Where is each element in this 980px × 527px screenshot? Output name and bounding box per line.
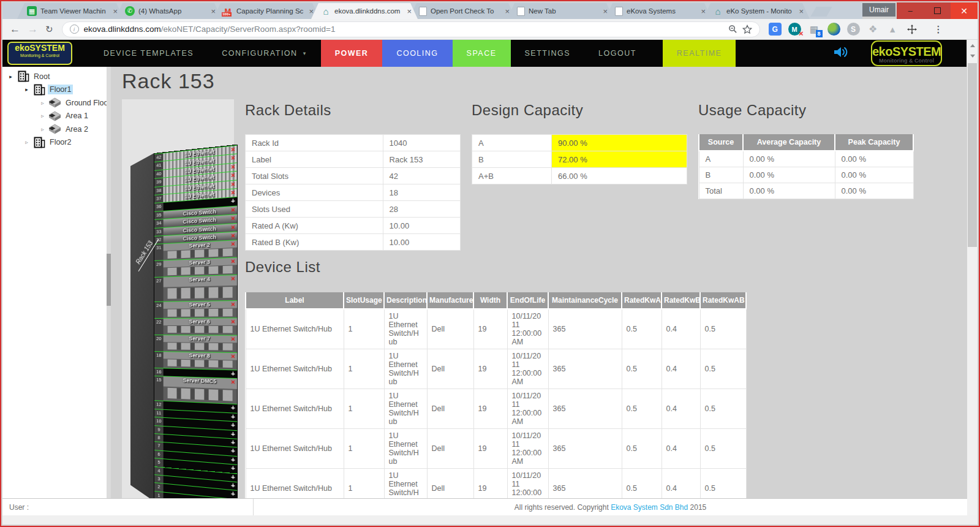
bookmark-star-icon[interactable] [742,25,752,34]
expand-icon[interactable]: ▸ [23,86,30,93]
slot-add-icon[interactable]: + [231,370,235,378]
nav-item-power[interactable]: POWER [321,40,383,67]
page-info-icon[interactable]: i [70,25,79,34]
slot-remove-icon[interactable]: × [231,300,235,309]
slot-remove-icon[interactable]: × [231,240,235,249]
tab-close-icon[interactable]: × [405,7,413,16]
rack-slot[interactable]: 15Server DMC5× [154,376,237,404]
tree-node-label[interactable]: Area 2 [64,124,90,134]
nav-item-logout[interactable]: LOGOUT [584,40,650,67]
panel-splitter[interactable] [107,67,111,498]
slot-add-icon[interactable]: + [231,481,235,490]
expand-icon[interactable]: ▸ [7,74,14,80]
slot-add-icon[interactable]: + [231,447,235,455]
minimize-button[interactable]: – [897,2,924,19]
slot-add-icon[interactable]: + [231,412,235,421]
tree-node-label[interactable]: Area 1 [64,111,90,121]
skype-extension-icon[interactable] [847,23,860,36]
slot-remove-icon[interactable]: × [231,257,235,266]
maximize-button[interactable] [924,2,951,19]
collapsed-icon[interactable]: ▹ [39,100,46,106]
scroll-down-top-icon[interactable] [967,51,978,61]
browser-tab[interactable]: Open Port Check To× [409,3,516,19]
slot-add-icon[interactable]: + [231,421,235,430]
dropbox-extension-icon[interactable] [867,23,880,36]
nav-item-space[interactable]: SPACE [453,40,511,67]
rack-slot[interactable]: 29Server 3× [154,257,237,277]
device-row[interactable]: 1U Ethernet Switch/Hub11U Ethernet Switc… [246,389,746,429]
slot-remove-icon[interactable]: × [231,275,235,283]
new-tab-button[interactable] [810,7,832,17]
tree-node-floor2[interactable]: ▹Floor2 [2,136,107,150]
slot-remove-icon[interactable]: × [231,180,235,188]
slot-add-icon[interactable]: + [231,472,235,481]
slot-remove-icon[interactable]: × [231,232,235,240]
browser-tab[interactable]: eKova Systems× [605,3,712,19]
device-row[interactable]: 1U Ethernet Switch/Hub11U Ethernet Switc… [246,429,746,469]
slot-remove-icon[interactable]: × [231,318,235,327]
browser-tab[interactable]: eKo System - Monito× [703,3,810,19]
device-row[interactable]: 1U Ethernet Switch/Hub11U Ethernet Switc… [246,349,746,389]
splitter-handle[interactable] [107,254,111,306]
slot-remove-icon[interactable]: × [231,154,235,162]
slot-add-icon[interactable]: + [231,430,235,438]
tree-node-label[interactable]: Floor1 [48,85,73,94]
tree-node-label[interactable]: Floor2 [48,137,73,147]
app-logo[interactable]: ekoSYSTEM Monitoring & Control [7,42,72,65]
move-tool-icon[interactable] [906,23,919,36]
nav-item-cooling[interactable]: COOLING [382,40,452,67]
slot-add-icon[interactable]: + [231,464,235,472]
slot-remove-icon[interactable]: × [231,214,235,223]
slot-remove-icon[interactable]: × [231,335,235,344]
page-scrollbar[interactable] [967,40,978,525]
slot-remove-icon[interactable]: × [231,223,235,232]
nav-item-realtime[interactable]: REALTIME [663,40,736,67]
forward-icon[interactable]: → [28,24,38,34]
slot-add-icon[interactable]: + [231,455,235,464]
slot-add-icon[interactable]: + [231,490,235,498]
collapsed-icon[interactable]: ▹ [39,126,46,132]
slot-remove-icon[interactable]: × [231,352,235,361]
collapsed-icon[interactable]: ▹ [39,113,46,119]
earth-extension-icon[interactable] [827,23,840,36]
browser-tab[interactable]: (4) WhatsApp× [115,3,222,19]
company-link[interactable]: Ekova System Sdn Bhd [611,503,688,512]
address-bar[interactable]: i ekova.dlinkddns.com/ekoNET/Capacity/Se… [62,21,760,37]
browser-tab[interactable]: 100+Capacity Planning Sc× [213,3,320,19]
speaker-icon[interactable] [833,45,849,61]
device-row[interactable]: 1U Ethernet Switch/Hub11U Ethernet Switc… [246,309,746,349]
tree-node-label[interactable]: Root [32,72,51,82]
tree-node-root[interactable]: ▸Root [2,70,107,83]
reload-icon[interactable]: ↻ [45,24,53,35]
rack-slot[interactable]: 22Server 6× [154,318,237,335]
zoom-icon[interactable] [728,25,737,34]
scroll-up-icon[interactable] [967,41,978,50]
rack-slot[interactable]: 18Server 8× [154,351,237,370]
slot-remove-icon[interactable]: × [231,378,235,387]
tab-close-icon[interactable]: × [797,7,805,16]
slot-remove-icon[interactable]: × [231,206,235,214]
rack-slot[interactable]: 27Server 4× [154,275,237,301]
mail-checker-extension-icon[interactable] [788,23,801,36]
slot-add-icon[interactable]: + [231,438,235,447]
rack-slot[interactable]: 20Server 7× [154,335,237,352]
nav-item-device-templates[interactable]: DEVICE TEMPLATES [89,40,208,67]
scrollbar-thumb[interactable] [968,63,977,247]
slot-remove-icon[interactable]: × [231,171,235,180]
slot-remove-icon[interactable]: × [231,162,235,171]
slot-remove-icon[interactable]: × [231,188,235,197]
browser-tab[interactable]: Team Viewer Machin× [17,3,124,19]
tree-node-label[interactable]: Ground Floor [64,98,107,108]
nav-item-configuration[interactable]: CONFIGURATION▾ [208,40,320,67]
tree-node-floor1[interactable]: ▸Floor1 [2,83,107,97]
back-icon[interactable]: ← [10,24,20,34]
nav-item-settings[interactable]: SETTINGS [511,40,585,67]
tree-node-ground-floor[interactable]: ▹Ground Floor [2,96,107,110]
close-button[interactable]: ✕ [951,2,978,19]
tree-node-area-1[interactable]: ▹Area 1 [2,110,107,123]
slot-remove-icon[interactable]: × [231,145,235,154]
slot-add-icon[interactable]: + [231,404,235,412]
translate-extension-icon[interactable] [769,23,782,36]
device-row[interactable]: 1U Ethernet Switch/Hub11U Ethernet Switc… [246,469,746,499]
browser-tab[interactable]: ekova.dlinkddns.com× [311,3,418,19]
